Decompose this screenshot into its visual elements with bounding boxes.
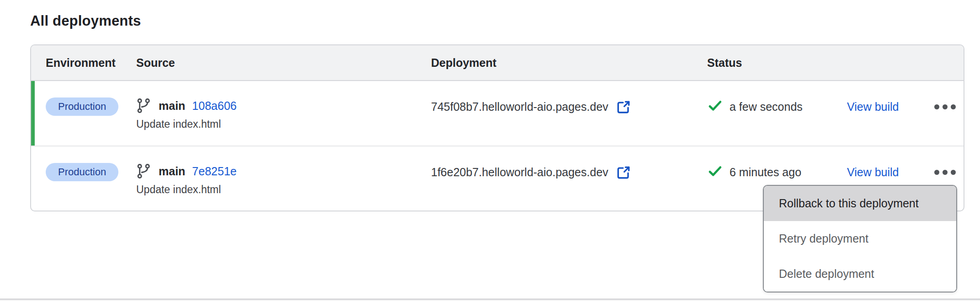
commit-message: Update index.html xyxy=(136,183,431,196)
view-build-cell: View build xyxy=(847,97,920,116)
status-time: 6 minutes ago xyxy=(730,166,801,179)
commit-link[interactable]: 108a606 xyxy=(192,99,236,113)
ellipsis-icon xyxy=(934,170,939,175)
status-cell: a few seconds xyxy=(707,97,847,116)
git-branch-icon xyxy=(136,98,152,114)
ellipsis-icon xyxy=(934,104,939,109)
branch-name: main xyxy=(159,165,185,178)
status-time: a few seconds xyxy=(730,100,803,114)
table-row: Production main 108a606 Update index.htm… xyxy=(31,81,964,146)
check-icon xyxy=(707,163,723,181)
status-cell: 6 minutes ago xyxy=(707,163,847,181)
deployment-cell: 745f08b7.helloworld-aio.pages.dev xyxy=(431,97,707,116)
row-actions-cell xyxy=(920,163,964,181)
external-link-icon[interactable] xyxy=(615,99,631,114)
column-header-status: Status xyxy=(707,56,964,70)
view-build-link[interactable]: View build xyxy=(847,100,899,114)
view-build-link[interactable]: View build xyxy=(847,166,899,179)
current-deployment-indicator-bar xyxy=(31,81,35,146)
deployment-url: 745f08b7.helloworld-aio.pages.dev xyxy=(431,100,608,114)
deployment-url: 1f6e20b7.helloworld-aio.pages.dev xyxy=(431,166,608,179)
page-title: All deployments xyxy=(30,13,141,29)
table-header-row: Environment Source Deployment Status xyxy=(31,45,964,81)
environment-cell: Production xyxy=(46,163,136,181)
deployment-cell: 1f6e20b7.helloworld-aio.pages.dev xyxy=(431,163,707,181)
environment-cell: Production xyxy=(46,97,136,116)
page-bottom-divider xyxy=(0,298,980,300)
commit-message: Update index.html xyxy=(136,117,431,131)
row-actions-cell xyxy=(920,97,964,116)
deployment-context-menu: Rollback to this deployment Retry deploy… xyxy=(763,185,957,292)
menu-item-retry[interactable]: Retry deployment xyxy=(764,221,956,256)
column-header-deployment: Deployment xyxy=(431,56,707,70)
ellipsis-menu-button[interactable] xyxy=(920,170,956,175)
git-branch-icon xyxy=(136,163,152,179)
environment-badge: Production xyxy=(46,163,118,181)
environment-badge: Production xyxy=(46,97,118,116)
external-link-icon[interactable] xyxy=(615,164,631,180)
check-icon xyxy=(707,98,723,115)
column-header-environment: Environment xyxy=(46,56,136,70)
commit-link[interactable]: 7e8251e xyxy=(192,165,236,178)
source-cell: main 7e8251e Update index.html xyxy=(136,162,431,196)
column-header-source: Source xyxy=(136,56,431,70)
source-cell: main 108a606 Update index.html xyxy=(136,97,431,131)
branch-name: main xyxy=(159,99,185,113)
ellipsis-menu-button[interactable] xyxy=(920,104,956,109)
view-build-cell: View build xyxy=(847,163,920,181)
menu-item-delete[interactable]: Delete deployment xyxy=(764,256,956,292)
menu-item-rollback[interactable]: Rollback to this deployment xyxy=(764,186,956,221)
